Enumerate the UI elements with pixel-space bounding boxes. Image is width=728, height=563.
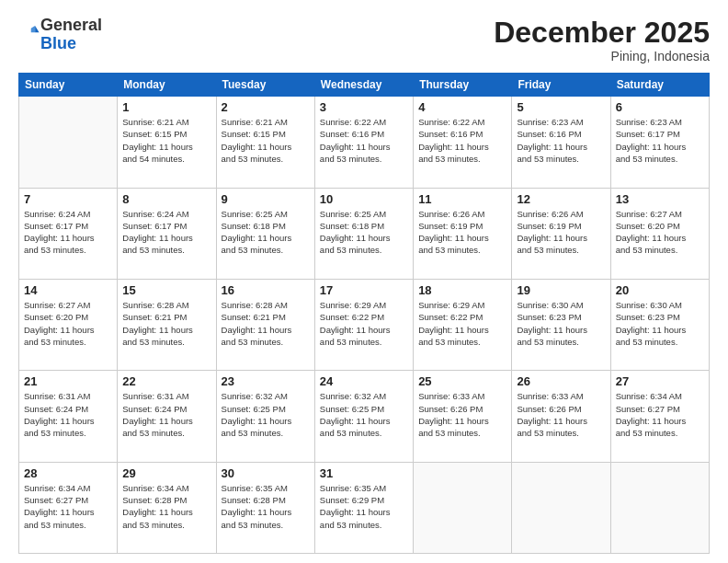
day-number: 28 (24, 466, 112, 480)
svg-marker-1 (31, 26, 35, 32)
day-number: 5 (517, 100, 605, 114)
day-info: Sunrise: 6:25 AMSunset: 6:18 PMDaylight:… (222, 208, 310, 257)
day-number: 15 (122, 283, 210, 297)
calendar-header-row: Sunday Monday Tuesday Wednesday Thursday… (19, 74, 710, 97)
table-row: 10Sunrise: 6:25 AMSunset: 6:18 PMDayligh… (314, 188, 413, 279)
table-row: 24Sunrise: 6:32 AMSunset: 6:25 PMDayligh… (314, 371, 413, 462)
day-number: 29 (122, 466, 210, 480)
day-number: 10 (320, 192, 408, 206)
day-info: Sunrise: 6:31 AMSunset: 6:24 PMDaylight:… (24, 390, 112, 439)
day-info: Sunrise: 6:33 AMSunset: 6:26 PMDaylight:… (418, 390, 506, 439)
month-title: December 2025 (494, 17, 710, 49)
table-row: 8Sunrise: 6:24 AMSunset: 6:17 PMDaylight… (118, 188, 216, 279)
table-row: 13Sunrise: 6:27 AMSunset: 6:20 PMDayligh… (610, 188, 709, 279)
table-row: 29Sunrise: 6:34 AMSunset: 6:28 PMDayligh… (118, 462, 216, 553)
day-number: 7 (24, 192, 112, 206)
day-info: Sunrise: 6:34 AMSunset: 6:28 PMDaylight:… (122, 482, 210, 531)
day-number: 17 (320, 283, 408, 297)
day-info: Sunrise: 6:30 AMSunset: 6:23 PMDaylight:… (517, 299, 605, 348)
col-monday: Monday (118, 74, 216, 97)
day-info: Sunrise: 6:28 AMSunset: 6:21 PMDaylight:… (222, 299, 310, 348)
svg-marker-0 (35, 26, 39, 32)
calendar-table: Sunday Monday Tuesday Wednesday Thursday… (18, 73, 710, 554)
logo-blue: Blue (40, 34, 76, 52)
table-row (414, 462, 512, 553)
day-info: Sunrise: 6:30 AMSunset: 6:23 PMDaylight:… (616, 299, 704, 348)
table-row (512, 462, 610, 553)
table-row: 12Sunrise: 6:26 AMSunset: 6:19 PMDayligh… (512, 188, 610, 279)
table-row: 30Sunrise: 6:35 AMSunset: 6:28 PMDayligh… (216, 462, 314, 553)
page: General Blue December 2025 Pining, Indon… (0, 0, 728, 563)
logo-icon (20, 23, 40, 43)
calendar-week-row: 21Sunrise: 6:31 AMSunset: 6:24 PMDayligh… (19, 371, 710, 462)
day-number: 25 (418, 374, 506, 388)
calendar-week-row: 1Sunrise: 6:21 AMSunset: 6:15 PMDaylight… (19, 97, 710, 188)
day-number: 20 (616, 283, 704, 297)
col-saturday: Saturday (610, 74, 709, 97)
day-number: 6 (616, 100, 704, 114)
day-number: 24 (320, 374, 408, 388)
table-row: 21Sunrise: 6:31 AMSunset: 6:24 PMDayligh… (19, 371, 118, 462)
col-sunday: Sunday (19, 74, 118, 97)
table-row: 7Sunrise: 6:24 AMSunset: 6:17 PMDaylight… (19, 188, 118, 279)
day-number: 9 (222, 192, 310, 206)
table-row: 15Sunrise: 6:28 AMSunset: 6:21 PMDayligh… (118, 279, 216, 370)
day-number: 14 (24, 283, 112, 297)
day-number: 13 (616, 192, 704, 206)
day-number: 12 (517, 192, 605, 206)
table-row: 5Sunrise: 6:23 AMSunset: 6:16 PMDaylight… (512, 97, 610, 188)
calendar-week-row: 28Sunrise: 6:34 AMSunset: 6:27 PMDayligh… (19, 462, 710, 553)
day-info: Sunrise: 6:28 AMSunset: 6:21 PMDaylight:… (122, 299, 210, 348)
table-row: 31Sunrise: 6:35 AMSunset: 6:29 PMDayligh… (314, 462, 413, 553)
day-number: 16 (222, 283, 310, 297)
table-row: 14Sunrise: 6:27 AMSunset: 6:20 PMDayligh… (19, 279, 118, 370)
day-info: Sunrise: 6:34 AMSunset: 6:27 PMDaylight:… (616, 390, 704, 439)
day-number: 19 (517, 283, 605, 297)
day-number: 23 (222, 374, 310, 388)
location-subtitle: Pining, Indonesia (494, 49, 710, 63)
day-info: Sunrise: 6:23 AMSunset: 6:17 PMDaylight:… (616, 116, 704, 165)
day-info: Sunrise: 6:21 AMSunset: 6:15 PMDaylight:… (222, 116, 310, 165)
table-row: 3Sunrise: 6:22 AMSunset: 6:16 PMDaylight… (314, 97, 413, 188)
table-row (610, 462, 709, 553)
day-number: 22 (122, 374, 210, 388)
day-info: Sunrise: 6:35 AMSunset: 6:28 PMDaylight:… (222, 482, 310, 531)
day-number: 1 (122, 100, 210, 114)
day-info: Sunrise: 6:26 AMSunset: 6:19 PMDaylight:… (418, 208, 506, 257)
table-row: 1Sunrise: 6:21 AMSunset: 6:15 PMDaylight… (118, 97, 216, 188)
day-number: 8 (122, 192, 210, 206)
day-number: 4 (418, 100, 506, 114)
day-info: Sunrise: 6:24 AMSunset: 6:17 PMDaylight:… (122, 208, 210, 257)
day-info: Sunrise: 6:35 AMSunset: 6:29 PMDaylight:… (320, 482, 408, 531)
day-number: 26 (517, 374, 605, 388)
day-info: Sunrise: 6:33 AMSunset: 6:26 PMDaylight:… (517, 390, 605, 439)
title-block: December 2025 Pining, Indonesia (494, 17, 710, 63)
day-number: 18 (418, 283, 506, 297)
table-row: 23Sunrise: 6:32 AMSunset: 6:25 PMDayligh… (216, 371, 314, 462)
table-row: 11Sunrise: 6:26 AMSunset: 6:19 PMDayligh… (414, 188, 512, 279)
day-info: Sunrise: 6:32 AMSunset: 6:25 PMDaylight:… (320, 390, 408, 439)
day-info: Sunrise: 6:24 AMSunset: 6:17 PMDaylight:… (24, 208, 112, 257)
day-info: Sunrise: 6:29 AMSunset: 6:22 PMDaylight:… (320, 299, 408, 348)
day-number: 27 (616, 374, 704, 388)
day-info: Sunrise: 6:22 AMSunset: 6:16 PMDaylight:… (418, 116, 506, 165)
day-info: Sunrise: 6:26 AMSunset: 6:19 PMDaylight:… (517, 208, 605, 257)
header: General Blue December 2025 Pining, Indon… (18, 17, 710, 63)
table-row: 18Sunrise: 6:29 AMSunset: 6:22 PMDayligh… (414, 279, 512, 370)
table-row: 28Sunrise: 6:34 AMSunset: 6:27 PMDayligh… (19, 462, 118, 553)
day-info: Sunrise: 6:27 AMSunset: 6:20 PMDaylight:… (616, 208, 704, 257)
day-number: 3 (320, 100, 408, 114)
table-row: 4Sunrise: 6:22 AMSunset: 6:16 PMDaylight… (414, 97, 512, 188)
col-wednesday: Wednesday (314, 74, 413, 97)
day-info: Sunrise: 6:23 AMSunset: 6:16 PMDaylight:… (517, 116, 605, 165)
day-info: Sunrise: 6:21 AMSunset: 6:15 PMDaylight:… (122, 116, 210, 165)
day-number: 30 (222, 466, 310, 480)
day-info: Sunrise: 6:27 AMSunset: 6:20 PMDaylight:… (24, 299, 112, 348)
table-row: 27Sunrise: 6:34 AMSunset: 6:27 PMDayligh… (610, 371, 709, 462)
table-row (19, 97, 118, 188)
calendar-week-row: 7Sunrise: 6:24 AMSunset: 6:17 PMDaylight… (19, 188, 710, 279)
day-number: 11 (418, 192, 506, 206)
table-row: 22Sunrise: 6:31 AMSunset: 6:24 PMDayligh… (118, 371, 216, 462)
table-row: 19Sunrise: 6:30 AMSunset: 6:23 PMDayligh… (512, 279, 610, 370)
logo-text: General Blue (40, 17, 102, 53)
